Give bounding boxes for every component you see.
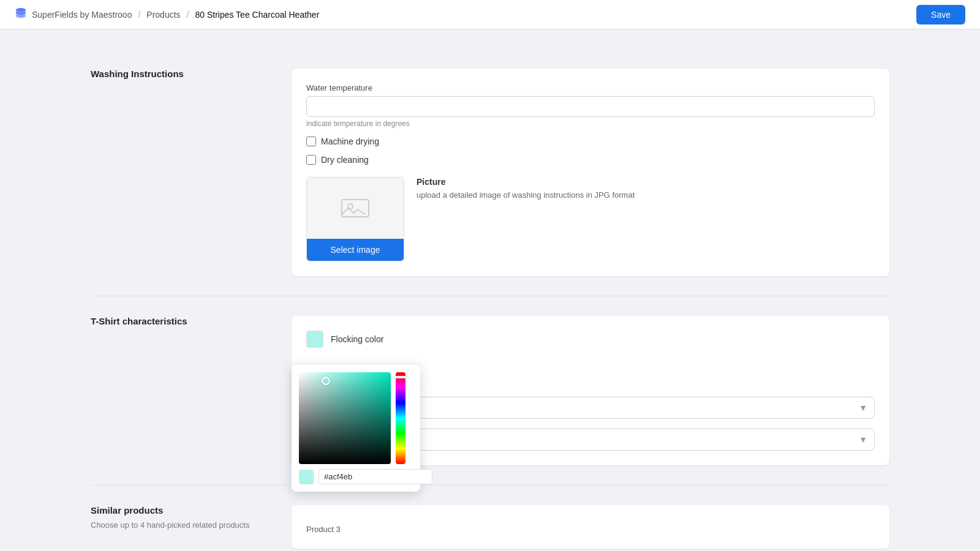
similar-label-col: Similar products Choose up to 4 hand-pic…: [91, 505, 262, 531]
flocking-color-swatch[interactable]: [306, 331, 323, 348]
similar-products-section: Similar products Choose up to 4 hand-pic…: [91, 485, 889, 551]
water-temp-hint: indicate temperature in degrees: [306, 119, 875, 128]
color-picker-popup: [292, 365, 420, 492]
tshirt-section: T-Shirt characteristics Flocking color: [91, 296, 889, 485]
tshirt-card: Flocking color: [292, 316, 889, 465]
image-upload-info: Picture upload a detailed image of washi…: [417, 177, 875, 200]
picture-title: Picture: [417, 177, 875, 187]
water-temp-label: Water temperature: [306, 83, 875, 92]
similar-card: Product 3: [292, 505, 889, 549]
color-picker-bottom: [299, 469, 413, 484]
topbar: SuperFields by Maestrooo / Products / 80…: [0, 0, 980, 29]
machine-drying-checkbox[interactable]: [306, 137, 316, 146]
water-temp-field: Water temperature indicate temperature i…: [306, 83, 875, 128]
svg-point-2: [16, 14, 26, 18]
breadcrumb-sep1: /: [138, 10, 140, 20]
dry-cleaning-label: Dry cleaning: [321, 155, 369, 165]
breadcrumb-current: 80 Stripes Tee Charcoal Heather: [195, 10, 319, 20]
washing-card: Water temperature indicate temperature i…: [292, 69, 889, 276]
color-hex-input[interactable]: [318, 469, 432, 484]
breadcrumb: SuperFields by Maestrooo / Products / 80…: [15, 7, 319, 22]
image-upload-box: Select image: [306, 177, 404, 261]
db-icon: [15, 7, 27, 22]
image-upload-area: Select image Picture upload a detailed i…: [306, 177, 875, 261]
save-button[interactable]: Save: [916, 5, 965, 24]
similar-section-sublabel: Choose up to 4 hand-picked related produ…: [91, 519, 262, 531]
dry-cleaning-row: Dry cleaning: [306, 155, 875, 165]
water-temp-input[interactable]: [306, 96, 875, 117]
image-placeholder-icon: [341, 196, 370, 220]
breadcrumb-sep2: /: [187, 10, 189, 20]
hue-handle: [394, 376, 407, 378]
washing-section-label: Washing Instructions: [91, 69, 262, 79]
tshirt-label-col: T-Shirt characteristics: [91, 316, 262, 326]
product3-label: Product 3: [306, 525, 875, 534]
color-picker-body: [299, 372, 413, 464]
tshirt-section-label: T-Shirt characteristics: [91, 316, 262, 326]
app-name: SuperFields by Maestrooo: [32, 10, 132, 20]
washing-label-col: Washing Instructions: [91, 69, 262, 79]
image-placeholder: [307, 178, 404, 239]
color-preview-swatch: [299, 470, 314, 484]
select-image-button[interactable]: Select image: [307, 239, 404, 261]
similar-section-label: Similar products: [91, 505, 262, 515]
color-picker-hue-strip[interactable]: [396, 372, 405, 464]
breadcrumb-products[interactable]: Products: [146, 10, 180, 20]
washing-instructions-section: Washing Instructions Water temperature i…: [91, 49, 889, 296]
machine-drying-row: Machine drying: [306, 137, 875, 146]
page-content: Washing Instructions Water temperature i…: [61, 29, 919, 551]
dry-cleaning-checkbox[interactable]: [306, 155, 316, 165]
flocking-color-label: Flocking color: [331, 334, 383, 344]
machine-drying-label: Machine drying: [321, 137, 379, 146]
flocking-color-row: Flocking color: [306, 331, 875, 348]
picture-desc: upload a detailed image of washing instr…: [417, 190, 875, 200]
color-picker-saturation[interactable]: [299, 372, 391, 464]
color-picker-handle: [322, 377, 330, 385]
